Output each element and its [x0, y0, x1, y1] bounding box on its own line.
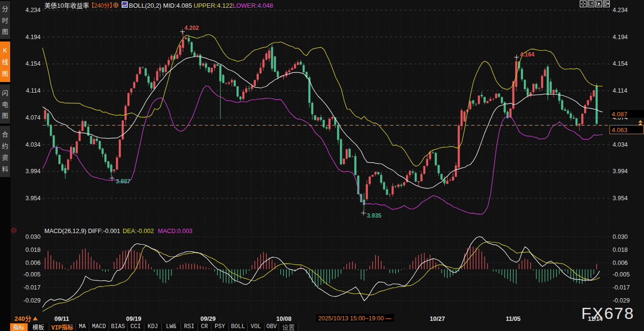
- svg-text:09/11: 09/11: [55, 316, 70, 322]
- svg-text:LOWER:4.048: LOWER:4.048: [233, 2, 273, 9]
- svg-text:4.164: 4.164: [520, 51, 534, 58]
- svg-text:-0.029: -0.029: [613, 297, 630, 304]
- svg-text:4.154: 4.154: [613, 60, 628, 67]
- svg-text:4.194: 4.194: [26, 34, 41, 41]
- svg-text:0.018: 0.018: [26, 247, 41, 253]
- svg-text:-0.005: -0.005: [24, 271, 41, 278]
- svg-text:MACD(26,12,9) DIFF:-0.001: MACD(26,12,9) DIFF:-0.001: [44, 228, 120, 234]
- svg-text:4.202: 4.202: [184, 25, 199, 31]
- svg-text:-0.017: -0.017: [613, 284, 630, 291]
- svg-text:4.074: 4.074: [26, 114, 41, 121]
- svg-text:美债10年收益率: 美债10年收益率: [44, 0, 89, 10]
- svg-text:BOLL(20,2) MID:4.085: BOLL(20,2) MID:4.085: [129, 2, 192, 9]
- svg-text:-0.029: -0.029: [24, 297, 41, 304]
- svg-text:FX678: FX678: [581, 304, 634, 322]
- svg-text:0.018: 0.018: [613, 247, 628, 253]
- svg-text:09/29: 09/29: [200, 316, 215, 322]
- svg-text:2025/10/13 15:00~19:00 —: 2025/10/13 15:00~19:00 —: [318, 315, 392, 322]
- svg-text:09/19: 09/19: [126, 316, 141, 322]
- svg-text:3.994: 3.994: [26, 168, 41, 175]
- svg-text:10/08: 10/08: [276, 316, 291, 322]
- svg-text:-0.005: -0.005: [613, 271, 630, 278]
- svg-text:4.034: 4.034: [26, 141, 41, 148]
- svg-text:【240分】: 【240分】: [88, 1, 115, 9]
- svg-text:0.030: 0.030: [613, 234, 628, 240]
- svg-text:11/05: 11/05: [506, 316, 521, 322]
- svg-text:3.987: 3.987: [116, 178, 130, 185]
- svg-text:DEA:-0.002: DEA:-0.002: [123, 228, 154, 234]
- svg-text:3.994: 3.994: [613, 168, 628, 175]
- svg-text:4.234: 4.234: [613, 7, 628, 14]
- svg-text:0.006: 0.006: [26, 260, 41, 266]
- svg-text:4.063: 4.063: [612, 126, 628, 134]
- svg-text:UPPER:4.122: UPPER:4.122: [194, 2, 233, 9]
- svg-text:3.954: 3.954: [26, 195, 41, 202]
- svg-text:MACD:0.003: MACD:0.003: [158, 228, 193, 234]
- svg-text:4.114: 4.114: [26, 87, 41, 94]
- svg-text:3.935: 3.935: [367, 212, 381, 219]
- svg-text:4.114: 4.114: [613, 87, 627, 94]
- svg-text:10/27: 10/27: [430, 316, 445, 322]
- svg-text:240分: 240分: [14, 314, 31, 323]
- svg-text:0.030: 0.030: [26, 234, 41, 240]
- svg-text:4.087: 4.087: [612, 110, 628, 118]
- svg-text:-0.017: -0.017: [24, 284, 41, 291]
- svg-text:4.034: 4.034: [613, 141, 628, 148]
- svg-text:4.234: 4.234: [26, 7, 41, 14]
- svg-text:3.954: 3.954: [613, 195, 628, 202]
- svg-text:0.006: 0.006: [613, 260, 628, 266]
- svg-text:4.154: 4.154: [26, 60, 41, 67]
- svg-text:4.194: 4.194: [613, 34, 628, 41]
